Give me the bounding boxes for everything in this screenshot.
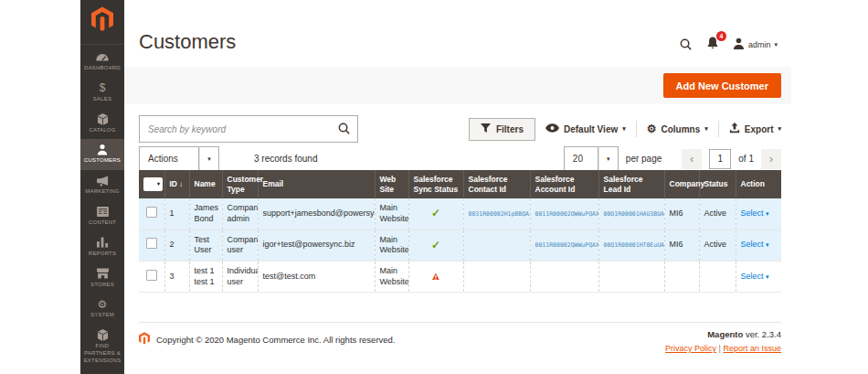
sidebar-item-customers[interactable]: CUSTOMERS xyxy=(80,139,124,170)
page-title: Customers xyxy=(139,30,236,54)
sidebar-item-marketing[interactable]: MARKETING xyxy=(80,170,124,201)
column-header-salesforce-sync-status[interactable]: Salesforce Sync Status xyxy=(408,170,463,198)
per-page-dropdown[interactable]: 20 ▾ xyxy=(564,146,619,171)
column-header-salesforce-account-id[interactable]: Salesforce Account Id xyxy=(530,170,598,198)
select-all-checkbox[interactable]: ▾ xyxy=(143,177,163,191)
sidebar: DASHBOARD $ SALES CATALOG CUSTOMERS xyxy=(80,0,124,374)
grid-toolbar: Filters Default View ▾ ⚙ Columns ▾ xyxy=(139,115,781,143)
column-header-email[interactable]: Email xyxy=(258,170,375,198)
cell-status xyxy=(699,262,736,293)
sidebar-item-content[interactable]: CONTENT xyxy=(80,201,124,232)
salesforce-account-id-link[interactable]: 0011R00002QWWuPQAX xyxy=(535,210,599,218)
row-checkbox[interactable] xyxy=(146,270,157,281)
default-view-dropdown[interactable]: Default View ▾ xyxy=(545,123,626,134)
row-checkbox[interactable] xyxy=(146,207,157,218)
search-icon[interactable] xyxy=(337,122,351,139)
sidebar-item-dashboard[interactable]: DASHBOARD xyxy=(80,47,124,78)
notifications-bell-icon[interactable]: 4 xyxy=(706,36,719,53)
column-header-salesforce-contact-id[interactable]: Salesforce Contact Id xyxy=(463,170,530,198)
stores-icon xyxy=(97,268,109,280)
chevron-down-icon: ▾ xyxy=(766,273,769,280)
cell-id: 1 xyxy=(164,198,189,230)
customers-grid: ▾ ID↓ Name Customer Type Email Web Site … xyxy=(139,170,781,293)
global-search-icon[interactable] xyxy=(679,37,693,51)
find-partners-icon xyxy=(97,329,109,341)
dashboard-icon xyxy=(96,51,109,63)
gear-icon: ⚙ xyxy=(647,123,657,134)
salesforce-account-id-link[interactable]: 0011R00002QWWuPQAX xyxy=(535,241,599,249)
row-select-action[interactable]: Select ▾ xyxy=(741,208,769,218)
row-select-action[interactable]: Select ▾ xyxy=(741,240,769,249)
sidebar-item-catalog[interactable]: CATALOG xyxy=(80,109,124,140)
chevron-down-icon: ▾ xyxy=(766,241,769,248)
sidebar-item-system[interactable]: ⚙ SYSTEM xyxy=(80,294,124,325)
filters-button[interactable]: Filters xyxy=(469,118,535,141)
default-view-label: Default View xyxy=(564,124,618,134)
page-total-label: of 1 xyxy=(738,154,754,164)
column-header-salesforce-lead-id[interactable]: Salesforce Lead Id xyxy=(598,170,664,198)
cell-name: test 1 test 1 xyxy=(189,262,222,293)
sync-warning-icon: ▲ ! xyxy=(430,270,442,283)
column-header-id[interactable]: ID↓ xyxy=(164,170,189,198)
cell-id: 2 xyxy=(164,230,189,261)
sidebar-item-stores[interactable]: STORES xyxy=(80,263,124,294)
column-header-action[interactable]: Action xyxy=(736,170,781,198)
sidebar-item-label: STORES xyxy=(90,282,114,289)
salesforce-contact-id-link[interactable]: 0031R00002H1pBBQAZ xyxy=(469,210,531,218)
user-avatar-icon xyxy=(733,37,745,53)
sort-desc-icon: ↓ xyxy=(179,180,183,188)
eye-icon xyxy=(545,123,559,134)
grid-actions-row: Actions ▾ 3 records found 20 ▾ per page … xyxy=(139,146,781,171)
current-page-input[interactable] xyxy=(709,149,731,169)
search-input[interactable] xyxy=(139,115,358,143)
divider xyxy=(718,121,719,137)
export-dropdown[interactable]: Export ▾ xyxy=(729,123,781,135)
sidebar-item-label: FIND PARTNERS & EXTENSIONS xyxy=(81,343,123,364)
report-issue-link[interactable]: Report an Issue xyxy=(723,344,781,353)
sidebar-item-find-partners[interactable]: FIND PARTNERS & EXTENSIONS xyxy=(80,325,124,369)
footer: Copyright © 2020 Magento Commerce Inc. A… xyxy=(139,322,781,347)
cell-company: MI6 xyxy=(664,230,699,261)
chevron-down-icon: ▾ xyxy=(598,146,619,171)
add-new-customer-button[interactable]: Add New Customer xyxy=(663,73,781,98)
columns-dropdown[interactable]: ⚙ Columns ▾ xyxy=(647,123,708,134)
chevron-down-icon: ▾ xyxy=(622,125,626,133)
chevron-down-icon: ▾ xyxy=(766,210,769,217)
sales-icon: $ xyxy=(100,82,106,94)
sidebar-item-label: REPORTS xyxy=(89,251,116,258)
admin-user-menu[interactable]: admin ▾ xyxy=(733,37,778,53)
row-select-action[interactable]: Select ▾ xyxy=(741,272,769,281)
salesforce-lead-id-link[interactable]: 00Q1R00001HAU3BUAX xyxy=(604,210,665,218)
export-icon xyxy=(729,123,740,135)
magento-footer-logo-icon xyxy=(139,332,150,347)
sidebar-item-label: MARKETING xyxy=(85,188,119,196)
cell-email: igor+test@powersync.biz xyxy=(258,230,375,261)
sidebar-item-salesforce[interactable]: ↻ SALESFORCE xyxy=(80,370,124,374)
privacy-policy-link[interactable]: Privacy Policy xyxy=(665,344,716,353)
table-row: 2 Test User Company user igor+test@power… xyxy=(139,230,781,261)
notification-count-badge: 4 xyxy=(716,31,726,41)
column-header-company[interactable]: Company xyxy=(664,170,699,198)
sidebar-item-sales[interactable]: $ SALES xyxy=(80,78,124,109)
table-row: 3 test 1 test 1 Individual user test@tes… xyxy=(139,262,781,293)
column-header-name[interactable]: Name xyxy=(189,170,222,198)
previous-page-button[interactable]: ‹ xyxy=(682,149,702,169)
columns-label: Columns xyxy=(662,124,701,134)
chevron-down-icon: ▾ xyxy=(157,181,160,188)
keyword-search xyxy=(139,115,358,143)
next-page-button[interactable]: › xyxy=(761,149,781,169)
column-header-status[interactable]: Status xyxy=(699,170,736,198)
page-action-bar: Add New Customer xyxy=(124,67,791,104)
actions-dropdown[interactable]: Actions ▾ xyxy=(139,146,219,171)
system-icon: ⚙ xyxy=(98,298,108,310)
sidebar-item-label: CONTENT xyxy=(89,219,116,227)
salesforce-lead-id-link[interactable]: 00Q1R00001HT0EuUAP xyxy=(604,241,665,249)
chevron-down-icon: ▾ xyxy=(199,146,219,171)
per-page-value: 20 xyxy=(564,146,598,171)
row-checkbox[interactable] xyxy=(146,238,157,249)
sidebar-item-reports[interactable]: REPORTS xyxy=(80,232,124,263)
magento-logo[interactable] xyxy=(80,0,124,45)
column-header-web-site[interactable]: Web Site xyxy=(375,170,408,198)
column-header-customer-type[interactable]: Customer Type xyxy=(222,170,258,198)
magento-admin-app: DASHBOARD $ SALES CATALOG CUSTOMERS xyxy=(80,0,791,374)
